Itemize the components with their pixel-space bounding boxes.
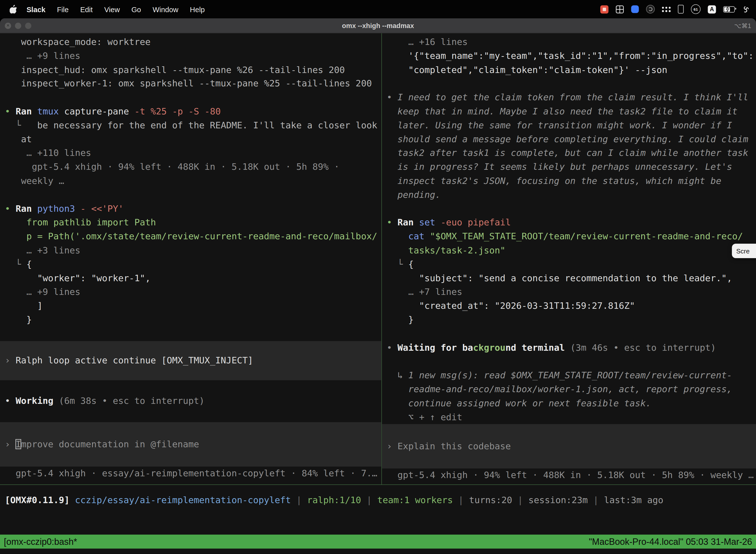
terminal-line: continue assigned work or next feasible … <box>382 396 756 410</box>
terminal-text: at <box>5 134 32 144</box>
terminal-text: ⌥ + ↑ edit <box>387 412 462 422</box>
terminal-line: } <box>0 313 381 327</box>
menu-window[interactable]: Window <box>147 5 184 13</box>
menu-bar: Slack File Edit View Go Window Help 61 A <box>0 0 756 18</box>
terminal-text: should send a message before completing … <box>387 134 748 144</box>
terminal-line <box>0 408 381 422</box>
menu-go[interactable]: Go <box>126 5 147 13</box>
charging-bolt-icon <box>726 6 730 12</box>
terminal-text: … +7 lines <box>387 287 462 297</box>
app-menu-slack[interactable]: Slack <box>21 5 51 13</box>
terminal-line: └ { <box>0 258 381 272</box>
close-icon: × <box>6 23 9 28</box>
text-cursor: I <box>16 439 21 449</box>
dark-app-icon[interactable] <box>646 5 655 13</box>
terminal-text: '{"team_name":"my-team","task_id":"1","f… <box>387 51 754 61</box>
terminal-line: later. Using the same for transition mig… <box>382 119 756 132</box>
terminal-pane-left[interactable]: workspace_mode: worktree … +9 lines insp… <box>0 33 382 485</box>
menu-view[interactable]: View <box>99 5 126 13</box>
terminal-text: • <box>387 342 397 352</box>
terminal-line: '{"team_name":"my-team","task_id":"1","f… <box>382 49 756 63</box>
minimize-button[interactable] <box>15 22 21 29</box>
terminal-line: inspect_worker-1: omx sparkshell --tmux-… <box>0 77 381 91</box>
terminal-text: └ <box>387 259 408 269</box>
terminal-line: … +3 lines <box>0 244 381 258</box>
terminal-text: cat <box>387 231 430 241</box>
terminal-text: └ <box>5 259 26 269</box>
input-source-letter: A <box>710 6 714 12</box>
separator: | <box>291 495 307 505</box>
zoom-button[interactable] <box>25 22 31 29</box>
terminal-line: • Working (6m 38s • esc to interrupt) <box>0 394 381 408</box>
menu-help[interactable]: Help <box>184 5 210 13</box>
swirl-icon[interactable] <box>742 5 750 13</box>
omx-ralph-counter: ralph:1/10 <box>307 495 361 505</box>
grid-icon[interactable] <box>616 5 624 13</box>
terminal-line: ] <box>0 299 381 313</box>
terminal-text: -t %25 -p -S -80 <box>134 106 221 116</box>
terminal-text: › <box>5 355 16 365</box>
terminal-text: { <box>26 259 32 269</box>
terminal-text: Working <box>16 396 53 406</box>
tmux-session: workspace_mode: worktree … +9 lines insp… <box>0 33 756 554</box>
terminal-line: gpt-5.4 xhigh · 94% left · 488K in · 5.1… <box>382 468 756 483</box>
terminal-text: "created_at": "2026-03-31T11:59:27.816Z" <box>387 300 635 311</box>
omx-team-workers: team:1 workers <box>377 495 453 505</box>
terminal-line <box>0 380 381 394</box>
terminal-text: … +9 lines <box>5 287 80 297</box>
terminal-line: weekly … <box>0 174 381 188</box>
omx-version: [OMX#0.11.9] <box>5 495 75 505</box>
terminal-text: gpt-5.4 xhigh · 94% left · 488K in · 5.1… <box>387 470 754 480</box>
terminal-text: … +16 lines <box>387 37 467 47</box>
prompt-input[interactable]: › Improve documentation in @filename <box>0 422 381 466</box>
terminal-line <box>382 355 756 369</box>
terminal-text: gpt-5.4 xhigh · 94% left · 488K in · 5.1… <box>5 162 339 172</box>
terminal-text: (6m 38s • esc to interrupt) <box>53 396 204 406</box>
terminal-text: "$OMX_TEAM_STATE_ROOT/team/review-curren… <box>430 231 743 241</box>
menu-edit[interactable]: Edit <box>74 5 99 13</box>
prompt-suggestion[interactable]: › Explain this codebase <box>382 424 756 468</box>
terminal-text: • <box>5 106 16 116</box>
terminal-line: › Ralph loop active continue [OMX_TMUX_I… <box>0 353 381 367</box>
menu-file[interactable]: File <box>51 5 74 13</box>
terminal-line: } <box>382 313 756 327</box>
battery-percent-value: 61 <box>693 7 698 11</box>
screen-recording-icon[interactable] <box>600 5 609 13</box>
terminal-line: from pathlib import Path <box>0 216 381 230</box>
omx-turns: turns:20 <box>469 495 512 505</box>
separator: | <box>361 495 377 505</box>
terminal-text: Ran <box>16 106 37 116</box>
terminal-line: gpt-5.4 xhigh · essay/ai-reimplementatio… <box>0 466 381 480</box>
terminal-text: tasks/task-2.json" <box>387 245 505 255</box>
terminal-text: • <box>5 203 16 214</box>
terminal-line: should send a message before completing … <box>382 132 756 147</box>
terminal-text: set <box>419 217 441 227</box>
display-mirroring-icon[interactable] <box>678 5 684 13</box>
screen: Slack File Edit View Go Window Help 61 A <box>0 0 756 554</box>
dots-grid-icon[interactable] <box>662 6 671 12</box>
blue-app-icon[interactable] <box>631 5 639 13</box>
battery-icon[interactable] <box>723 6 735 12</box>
terminal-pane-right[interactable]: … +16 lines '{"team_name":"my-team","tas… <box>382 33 756 485</box>
omx-session-time: session:23m <box>528 495 587 505</box>
terminal-text: › <box>387 441 397 451</box>
terminal-line: • Ran tmux capture-pane -t %25 -p -S -80 <box>0 105 381 119</box>
terminal-line <box>382 327 756 341</box>
terminal-line: inspect task2's JSON, focusing on the st… <box>382 174 756 188</box>
terminal-text: be necessary for the end of the README. … <box>21 120 377 130</box>
screen-notification[interactable]: Scre <box>732 244 756 258</box>
terminal-line: └ { <box>382 258 756 272</box>
terminal-text: - <<'PY' <box>80 203 124 214</box>
window-shortcut-hint: ⌥⌘1 <box>734 22 751 29</box>
terminal-line: … +16 lines <box>382 35 756 49</box>
close-button[interactable]: × <box>5 22 11 29</box>
terminal-line: "subject": "send a concise recommendatio… <box>382 272 756 285</box>
terminal-line: task2 after task1 is complete, but can I… <box>382 147 756 160</box>
terminal-text: keep that in mind. Maybe I also need the… <box>387 106 737 116</box>
battery-percent-icon[interactable]: 61 <box>691 4 701 14</box>
terminal-window: × omx --xhigh --madmax ⌥⌘1 workspace_mod… <box>0 18 756 554</box>
terminal-line: › Explain this codebase <box>382 440 756 453</box>
apple-menu-icon[interactable] <box>10 5 17 13</box>
input-source-icon[interactable]: A <box>708 5 716 13</box>
window-title-bar[interactable]: × omx --xhigh --madmax ⌥⌘1 <box>0 18 756 33</box>
